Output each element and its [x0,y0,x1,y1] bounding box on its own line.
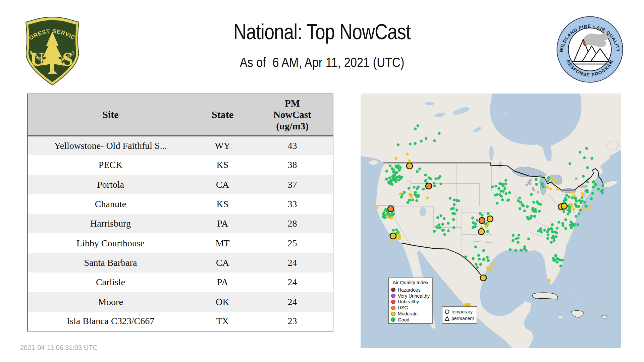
highlighted-site-marker [478,229,484,235]
permanent-triangle-icon [444,316,450,321]
highlighted-site-marker [479,218,485,224]
table-row: MooreOK24 [28,292,333,311]
aqi-swatch-icon [391,317,395,322]
state-cell: MT [193,233,252,253]
site-cell: Santa Barbara [28,253,193,273]
aqi-swatch-icon [391,288,395,292]
aqi-legend-item: Hazardous [391,287,430,293]
cuba [532,293,558,299]
state-cell: WY [193,136,252,155]
bahamas-1 [571,294,573,296]
aqi-legend-label: Hazardous [398,287,421,293]
value-cell: 37 [252,175,333,194]
state-cell: KS [193,155,252,175]
col-header-state: State [193,94,252,136]
table-row: Yellowstone- Old Faithful S...WY43 [28,136,333,155]
page-subtitle: As of 6 AM, Apr 11, 2021 (UTC) [45,55,599,70]
puerto-rico [601,315,607,318]
aqi-legend-item: USG [391,305,430,311]
col-header-site: Site [28,94,193,136]
bahamas-2 [576,298,578,300]
value-cell: 24 [252,253,333,273]
marker-shape-legend: temporary permanent [442,306,477,324]
state-cell: KS [193,194,252,214]
highlighted-site-marker [487,216,493,222]
temporary-label: temporary [451,309,473,314]
table-row: PortolaCA37 [28,175,333,194]
aqi-legend-label: Very Unhealthy [398,293,430,299]
report-page: FOREST SERVICE U S DEPARTMENT OF AGRICUL… [0,0,644,362]
aqi-legend-title: Air Quality Index [391,280,430,285]
table-row: Isla Blanca C323/C667TX23 [28,312,333,331]
aqi-legend-label: USG [398,305,408,310]
table-header-row: Site State PM NowCast (ug/m3) [28,94,333,136]
aqi-swatch-icon [391,312,395,316]
highlighted-site-marker [390,233,396,239]
site-cell: Harrisburg [28,214,193,233]
state-cell: PA [193,273,252,292]
aqi-legend-label: Moderate [398,311,418,316]
aqi-legend-label: Unhealthy [398,299,419,304]
table-row: ChanuteKS33 [28,194,333,214]
temporary-circle-icon [444,309,450,314]
highlighted-site-marker [388,206,394,212]
value-cell: 25 [252,233,333,253]
page-title: National: Top NowCast [52,19,593,44]
table-row: PECKKS38 [28,155,333,175]
site-cell: Chanute [28,194,193,214]
highlighted-site-marker [407,163,413,169]
highlighted-site-marker [426,183,432,189]
site-cell: Carlisle [28,273,193,292]
title-block: National: Top NowCast As of 6 AM, Apr 11… [0,0,644,70]
state-cell: CA [193,175,252,194]
table-row: CarlislePA24 [28,273,333,292]
jamaica [557,316,564,319]
state-cell: PA [193,214,252,233]
aqi-swatch-icon [391,300,395,304]
site-cell: PECK [28,155,193,175]
wfaqrp-logo: WILDLAND FIRE • AIR QUALITY RESPONSE PRO… [555,15,625,84]
aqi-swatch-icon [391,294,395,298]
top-nowcast-table: Site State PM NowCast (ug/m3) Yellowston… [27,94,333,331]
value-cell: 23 [252,312,333,331]
aqi-legend-item: Very Unhealthy [391,293,430,299]
value-cell: 43 [252,136,333,155]
highlighted-site-marker [561,203,567,209]
site-cell: Yellowstone- Old Faithful S... [28,136,193,155]
state-cell: CA [193,253,252,273]
aqi-legend-label: Good [398,317,409,322]
highlighted-site-marker [480,275,486,281]
permanent-legend-row: permanent [444,315,475,322]
col-header-pm-nowcast: PM NowCast (ug/m3) [252,94,333,136]
table-row: Santa BarbaraCA24 [28,253,333,273]
aqi-map: Air Quality Index HazardousVery Unhealth… [361,94,621,348]
state-cell: OK [193,292,252,311]
temporary-legend-row: temporary [444,308,475,315]
value-cell: 28 [252,214,333,233]
aqi-legend-item: Good [391,317,430,323]
site-cell: Moore [28,292,193,311]
aqi-legend-item: Moderate [391,311,430,317]
site-cell: Libby Courthouse [28,233,193,253]
permanent-label: permanent [451,316,474,321]
generation-timestamp: 2021-04-11 06:31:03 UTC [20,344,98,352]
value-cell: 24 [252,292,333,311]
newfoundland [607,141,619,150]
state-cell: TX [193,312,252,331]
aqi-legend: Air Quality Index HazardousVery Unhealth… [388,278,433,324]
value-cell: 24 [252,273,333,292]
bahamas-3 [580,302,581,303]
table-row: Libby CourthouseMT25 [28,233,333,253]
site-cell: Portola [28,175,193,194]
value-cell: 33 [252,194,333,214]
aqi-legend-item: Unhealthy [391,299,430,305]
value-cell: 38 [252,155,333,175]
site-cell: Isla Blanca C323/C667 [28,312,193,331]
table-row: HarrisburgPA28 [28,214,333,233]
aqi-swatch-icon [391,306,395,310]
